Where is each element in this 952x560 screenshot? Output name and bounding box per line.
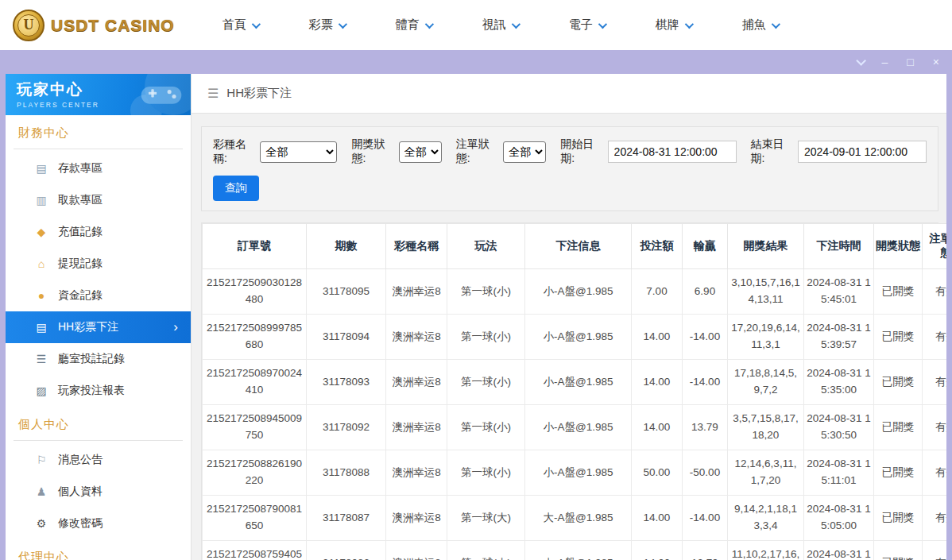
cell-lottery-name: 澳洲幸运8 (386, 405, 447, 450)
nav-item-label: 視訊 (482, 17, 506, 33)
profile-icon: ♟ (34, 485, 48, 498)
sidebar-item-announcements[interactable]: ⚐ 消息公告 (6, 444, 191, 476)
sidebar-item-hall-bet-record[interactable]: ☰ 廳室投註記錄 (6, 343, 191, 375)
cell-lottery-name: 澳洲幸运8 (386, 496, 447, 541)
draw-status-select[interactable]: 全部 (399, 141, 442, 163)
cell-win-loss: -14.00 (683, 315, 728, 360)
logo-text: USDT CASINO (51, 16, 175, 35)
cell-draw-result: 17,20,19,6,14,11,3,1 (728, 315, 804, 360)
cell-period: 31178086 (307, 541, 386, 560)
cell-bet-info: 小-A盤@1.985 (525, 450, 632, 496)
coin-icon: U (13, 10, 45, 41)
nav-item[interactable]: 棋牌 (656, 17, 691, 33)
change-password-icon: ⚙ (34, 517, 48, 530)
top-header: U USDT CASINO 首頁 彩票 體育 視訊 (0, 0, 952, 50)
page-title: HH彩票下注 (226, 86, 292, 101)
cell-play-type: 第一球(小) (447, 315, 525, 360)
table-header-cell: 開獎狀態 (874, 224, 923, 269)
cell-play-type: 第一球(小) (447, 360, 525, 405)
window-maximize-button[interactable]: □ (907, 56, 913, 68)
cell-draw-status: 已開獎 (874, 360, 923, 405)
menu-icon[interactable]: ☰ (207, 86, 219, 101)
player-bet-report-icon: ▨ (34, 384, 48, 397)
sidebar-item-withdraw-zone[interactable]: ▥ 取款專區 (6, 184, 191, 216)
sidebar-item-label: 存款專區 (58, 161, 103, 176)
sidebar-item-cashout-record[interactable]: ⌂ 提現記錄 (6, 248, 191, 280)
cell-draw-result: 11,10,2,17,16,8,19,9 (728, 541, 804, 560)
nav-item-label: 棋牌 (656, 17, 679, 33)
cell-bet-status: 有效 (923, 450, 947, 496)
nav-item[interactable]: 彩票 (309, 17, 345, 33)
cell-play-type: 第一球(大) (447, 496, 525, 541)
sidebar-item-funds-record[interactable]: ● 資金記錄 (6, 280, 191, 311)
hall-bet-record-icon: ☰ (34, 353, 48, 365)
logo[interactable]: U USDT CASINO (13, 10, 175, 41)
content: 彩種名稱: 全部 開獎狀態: 全部 注單狀態: 全部 開始日期: 結束日期: (192, 114, 946, 560)
cell-bet-status: 有效 (923, 405, 947, 450)
cell-order-no: 2152172508790081650 (203, 496, 307, 541)
nav-item-label: 首頁 (223, 17, 246, 33)
end-date-input[interactable] (798, 141, 927, 163)
cell-bet-amount: 14.00 (632, 541, 683, 560)
sidebar-item-label: 玩家投注報表 (58, 384, 125, 398)
lottery-name-select[interactable]: 全部 (260, 141, 337, 163)
funds-record-icon: ● (34, 289, 48, 302)
cell-lottery-name: 澳洲幸运8 (386, 541, 447, 560)
draw-status-label: 開獎狀態: (351, 137, 392, 166)
table-header-cell: 彩種名稱 (386, 224, 447, 269)
table-row: 2152172508826190220 31178088 澳洲幸运8 第一球(小… (203, 450, 947, 496)
cell-order-no: 2152172508999785680 (203, 315, 307, 360)
window-chevron-down-icon[interactable] (856, 56, 866, 66)
deposit-zone-icon: ▤ (34, 162, 48, 175)
cell-period: 31178092 (307, 405, 386, 450)
nav-item[interactable]: 電子 (569, 17, 605, 33)
cell-bet-time: 2024-08-31 14:59:54 (804, 541, 874, 560)
table-header-cell: 注單狀態 (923, 224, 947, 269)
start-date-input[interactable] (608, 141, 737, 163)
section-title-finance: 財務中心 (14, 115, 183, 149)
start-date-label: 開始日期: (560, 137, 601, 166)
nav-item[interactable]: 捕魚 (742, 17, 778, 33)
table-row: 2152172508790081650 31178087 澳洲幸运8 第一球(大… (203, 496, 947, 541)
bet-status-select[interactable]: 全部 (503, 141, 546, 163)
sidebar-item-label: HH彩票下注 (58, 320, 118, 334)
chevron-down-icon (598, 19, 606, 28)
cell-draw-status: 已開獎 (874, 496, 923, 541)
sidebar-item-change-password[interactable]: ⚙ 修改密碼 (6, 508, 191, 539)
cell-bet-amount: 14.00 (632, 496, 683, 541)
cell-bet-status: 有效 (923, 269, 947, 315)
sidebar-item-profile[interactable]: ♟ 個人資料 (6, 476, 191, 508)
filter-row: 彩種名稱: 全部 開獎狀態: 全部 注單狀態: 全部 開始日期: 結束日期: (213, 137, 927, 166)
sidebar-item-recharge-record[interactable]: ◆ 充值記錄 (6, 216, 191, 248)
nav-item[interactable]: 視訊 (482, 17, 518, 33)
cell-bet-info: 小-A盤@1.985 (525, 405, 632, 450)
cell-bet-time: 2024-08-31 15:11:01 (804, 450, 874, 496)
sidebar-item-hh-lottery-bets[interactable]: ▤ HH彩票下注 (6, 311, 191, 343)
table-header-cell: 期數 (307, 224, 386, 269)
cell-draw-status: 已開獎 (874, 405, 923, 450)
sidebar-item-player-bet-report[interactable]: ▨ 玩家投注報表 (6, 375, 191, 407)
cell-draw-result: 3,10,15,7,16,14,13,11 (728, 269, 804, 315)
nav-item[interactable]: 首頁 (223, 17, 258, 33)
cell-play-type: 第一球(小) (447, 269, 525, 315)
cell-draw-result: 3,5,7,15,8,17,18,20 (728, 405, 804, 450)
table-header-row: 訂單號 期數 彩種名稱 玩法 下注信息 投注額 (203, 224, 947, 269)
filter-panel: 彩種名稱: 全部 開獎狀態: 全部 注單狀態: 全部 開始日期: 結束日期: (201, 126, 938, 211)
withdraw-zone-icon: ▥ (34, 194, 48, 207)
nav-item[interactable]: 體育 (396, 17, 431, 33)
sidebar-item-label: 提現記錄 (58, 257, 103, 271)
table-row: 2152172508999785680 31178094 澳洲幸运8 第一球(小… (203, 315, 947, 360)
cell-order-no: 2152172508826190220 (203, 450, 307, 496)
window-minimize-button[interactable]: – (882, 56, 888, 68)
cell-period: 31178088 (307, 450, 386, 496)
query-button[interactable]: 查詢 (213, 176, 259, 201)
cell-bet-status: 有效 (923, 315, 947, 360)
table-row: 2152172508945009750 31178092 澳洲幸运8 第一球(小… (203, 405, 947, 450)
window-close-button[interactable]: × (933, 56, 939, 68)
cell-period: 31178087 (307, 496, 386, 541)
cell-bet-amount: 14.00 (632, 315, 683, 360)
table-header-cell: 開獎結果 (728, 224, 804, 269)
breadcrumb: ☰ HH彩票下注 (192, 74, 946, 114)
sidebar-item-deposit-zone[interactable]: ▤ 存款專區 (6, 153, 191, 184)
table-row: 2152172508759405910 31178086 澳洲幸运8 第一球(大… (203, 541, 947, 560)
